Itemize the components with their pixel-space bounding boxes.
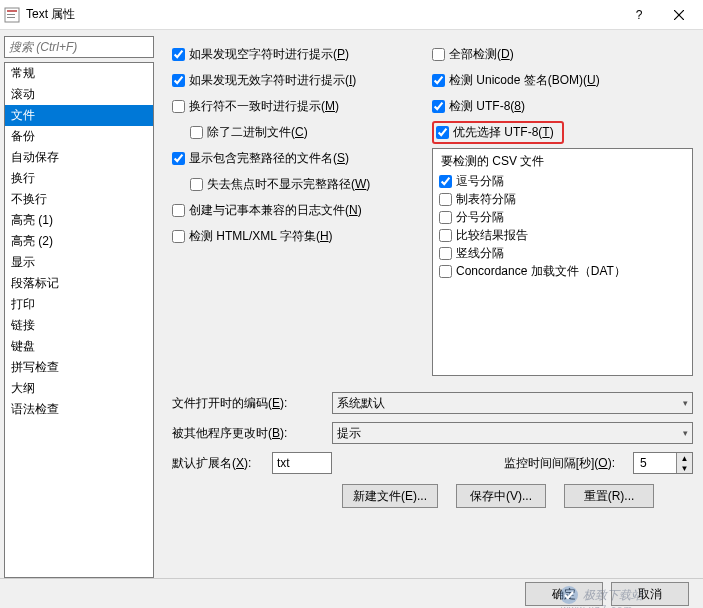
close-icon xyxy=(674,10,684,20)
csv-item[interactable]: 制表符分隔 xyxy=(439,190,686,208)
csv-detect-box: 要检测的 CSV 文件 逗号分隔制表符分隔分号分隔比较结果报告竖线分隔Conco… xyxy=(432,148,693,376)
cancel-button[interactable]: 取消 xyxy=(611,582,689,606)
category-item[interactable]: 显示 xyxy=(5,252,153,273)
category-item[interactable]: 高亮 (2) xyxy=(5,231,153,252)
encoding-select[interactable]: 系统默认▾ xyxy=(332,392,693,414)
options-col-b: 全部检测(D) 检测 Unicode 签名(BOM)(U) 检测 UTF-8(8… xyxy=(432,44,693,376)
category-item[interactable]: 拼写检查 xyxy=(5,357,153,378)
check-show-full-path[interactable]: 显示包含完整路径的文件名(S) xyxy=(172,148,432,168)
checkbox[interactable] xyxy=(439,193,452,206)
window-title: Text 属性 xyxy=(26,6,619,23)
category-item[interactable]: 键盘 xyxy=(5,336,153,357)
right-column: 如果发现空字符时进行提示(P) 如果发现无效字符时进行提示(I) 换行符不一致时… xyxy=(158,30,703,578)
monitor-label: 监控时间间隔[秒](O): xyxy=(504,455,615,472)
category-item[interactable]: 大纲 xyxy=(5,378,153,399)
checkbox[interactable] xyxy=(172,74,185,87)
category-item[interactable]: 文件 xyxy=(5,105,153,126)
form-rows: 文件打开时的编码(E): 系统默认▾ 被其他程序更改时(B): 提示▾ 默认扩展… xyxy=(172,392,693,508)
checkbox[interactable] xyxy=(436,126,449,139)
options-col-a: 如果发现空字符时进行提示(P) 如果发现无效字符时进行提示(I) 换行符不一致时… xyxy=(172,44,432,376)
category-item[interactable]: 不换行 xyxy=(5,189,153,210)
category-item[interactable]: 常规 xyxy=(5,63,153,84)
category-item[interactable]: 高亮 (1) xyxy=(5,210,153,231)
bottom-bar: 确定 取消 极致下载站 www.xz7.com xyxy=(0,578,703,608)
csv-item[interactable]: 分号分隔 xyxy=(439,208,686,226)
category-item[interactable]: 备份 xyxy=(5,126,153,147)
category-item[interactable]: 滚动 xyxy=(5,84,153,105)
checkbox[interactable] xyxy=(432,74,445,87)
check-detect-utf8[interactable]: 检测 UTF-8(8) xyxy=(432,96,693,116)
ext-label: 默认扩展名(X): xyxy=(172,455,272,472)
check-detect-html[interactable]: 检测 HTML/XML 字符集(H) xyxy=(172,226,432,246)
csv-item[interactable]: 逗号分隔 xyxy=(439,172,686,190)
svg-rect-1 xyxy=(7,10,17,12)
checkbox[interactable] xyxy=(172,100,185,113)
monitor-spinner[interactable]: 5 ▲▼ xyxy=(633,452,693,474)
spin-down-icon[interactable]: ▼ xyxy=(677,463,692,473)
checkbox[interactable] xyxy=(172,48,185,61)
chevron-down-icon: ▾ xyxy=(683,428,688,438)
check-prompt-invalid[interactable]: 如果发现无效字符时进行提示(I) xyxy=(172,70,432,90)
checkbox[interactable] xyxy=(432,48,445,61)
checkbox[interactable] xyxy=(190,126,203,139)
check-detect-unicode[interactable]: 检测 Unicode 签名(BOM)(U) xyxy=(432,70,693,90)
checkbox[interactable] xyxy=(432,100,445,113)
checkbox[interactable] xyxy=(172,230,185,243)
checkbox[interactable] xyxy=(172,204,185,217)
app-icon xyxy=(4,7,20,23)
checkbox[interactable] xyxy=(190,178,203,191)
check-hide-path-unfocus[interactable]: 失去焦点时不显示完整路径(W) xyxy=(190,174,432,194)
changed-label: 被其他程序更改时(B): xyxy=(172,425,332,442)
checkbox[interactable] xyxy=(439,175,452,188)
ok-button[interactable]: 确定 xyxy=(525,582,603,606)
csv-item[interactable]: 比较结果报告 xyxy=(439,226,686,244)
checkbox[interactable] xyxy=(172,152,185,165)
check-notepad-log[interactable]: 创建与记事本兼容的日志文件(N) xyxy=(172,200,432,220)
dialog-body: 常规滚动文件备份自动保存换行不换行高亮 (1)高亮 (2)显示段落标记打印链接键… xyxy=(0,30,703,578)
checkbox[interactable] xyxy=(439,265,452,278)
reset-button[interactable]: 重置(R)... xyxy=(564,484,654,508)
chevron-down-icon: ▾ xyxy=(683,398,688,408)
spin-up-icon[interactable]: ▲ xyxy=(677,453,692,463)
checkbox[interactable] xyxy=(439,247,452,260)
check-detect-all[interactable]: 全部检测(D) xyxy=(432,44,693,64)
help-button[interactable]: ? xyxy=(619,0,659,30)
csv-item[interactable]: Concordance 加载文件（DAT） xyxy=(439,262,686,280)
ext-input[interactable] xyxy=(272,452,332,474)
checkbox[interactable] xyxy=(439,211,452,224)
save-in-button[interactable]: 保存中(V)... xyxy=(456,484,546,508)
search-input[interactable] xyxy=(4,36,154,58)
category-item[interactable]: 打印 xyxy=(5,294,153,315)
close-button[interactable] xyxy=(659,0,699,30)
checkbox[interactable] xyxy=(439,229,452,242)
changed-select[interactable]: 提示▾ xyxy=(332,422,693,444)
category-item[interactable]: 段落标记 xyxy=(5,273,153,294)
category-item[interactable]: 换行 xyxy=(5,168,153,189)
category-list[interactable]: 常规滚动文件备份自动保存换行不换行高亮 (1)高亮 (2)显示段落标记打印链接键… xyxy=(4,62,154,578)
check-prefer-utf8-highlighted[interactable]: 优先选择 UTF-8(T) xyxy=(432,122,693,142)
left-column: 常规滚动文件备份自动保存换行不换行高亮 (1)高亮 (2)显示段落标记打印链接键… xyxy=(0,30,158,578)
titlebar: Text 属性 ? xyxy=(0,0,703,30)
check-newline-mismatch[interactable]: 换行符不一致时进行提示(M) xyxy=(172,96,432,116)
category-item[interactable]: 语法检查 xyxy=(5,399,153,420)
category-item[interactable]: 自动保存 xyxy=(5,147,153,168)
encoding-label: 文件打开时的编码(E): xyxy=(172,395,332,412)
new-file-button[interactable]: 新建文件(E)... xyxy=(342,484,438,508)
svg-rect-2 xyxy=(7,14,15,15)
csv-item[interactable]: 竖线分隔 xyxy=(439,244,686,262)
csv-title: 要检测的 CSV 文件 xyxy=(439,153,686,170)
category-item[interactable]: 链接 xyxy=(5,315,153,336)
svg-rect-3 xyxy=(7,17,15,18)
check-exclude-binary[interactable]: 除了二进制文件(C) xyxy=(190,122,432,142)
check-prompt-empty[interactable]: 如果发现空字符时进行提示(P) xyxy=(172,44,432,64)
